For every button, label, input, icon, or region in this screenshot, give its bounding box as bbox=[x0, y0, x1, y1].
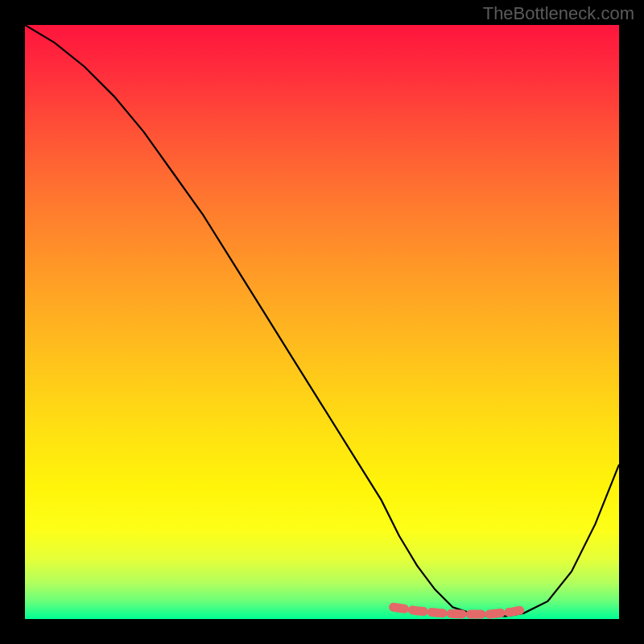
chart-plot-area bbox=[25, 25, 619, 619]
optimal-highlight-segment bbox=[25, 25, 619, 619]
watermark-text: TheBottleneck.com bbox=[483, 3, 634, 24]
